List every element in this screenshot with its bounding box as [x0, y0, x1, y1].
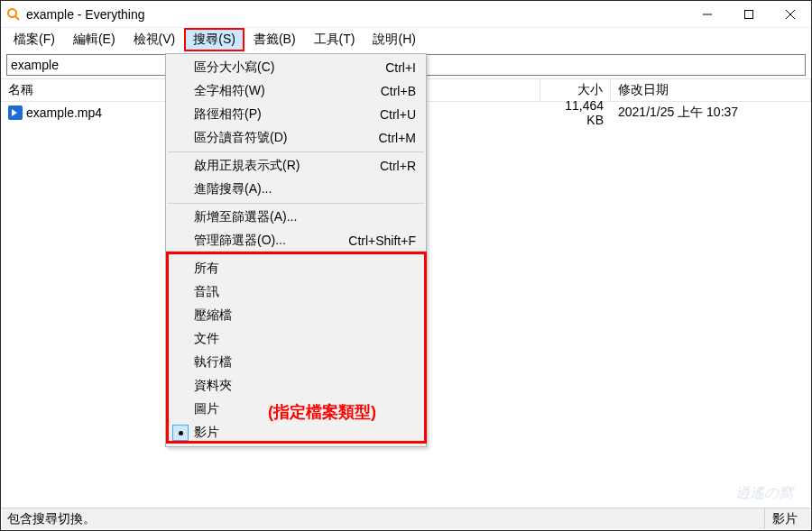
status-text: 包含搜尋切換。	[7, 511, 764, 527]
menu-separator	[168, 151, 424, 152]
menu-match-diacritics[interactable]: 區分讀音符號(D) Ctrl+M	[167, 126, 425, 150]
maximize-button[interactable]	[728, 1, 770, 28]
menu-edit[interactable]: 編輯(E)	[64, 28, 125, 51]
close-button[interactable]	[770, 1, 811, 28]
file-size: 11,464 KB	[540, 98, 611, 127]
column-date[interactable]: 修改日期	[611, 79, 811, 101]
filter-video[interactable]: 影片	[167, 421, 425, 444]
menu-whole-word[interactable]: 全字相符(W) Ctrl+B	[167, 79, 425, 103]
menu-search[interactable]: 搜尋(S)	[184, 28, 245, 51]
title-bar: example - Everything	[1, 1, 811, 28]
file-date: 2021/1/25 上午 10:37	[611, 105, 811, 121]
menu-separator	[168, 254, 424, 255]
menu-add-filter[interactable]: 新增至篩選器(A)...	[167, 206, 425, 229]
svg-line-1	[15, 16, 19, 20]
filter-audio[interactable]: 音訊	[167, 280, 425, 304]
menu-manage-filters[interactable]: 管理篩選器(O)... Ctrl+Shift+F	[167, 229, 425, 252]
radio-checked-icon	[172, 425, 189, 441]
file-name: example.mp4	[26, 105, 102, 120]
filter-archive[interactable]: 壓縮檔	[167, 304, 425, 327]
minimize-button[interactable]	[687, 1, 728, 28]
filter-document[interactable]: 文件	[167, 327, 425, 351]
svg-point-0	[8, 9, 16, 17]
menu-regex[interactable]: 啟用正規表示式(R) Ctrl+R	[167, 154, 425, 178]
search-menu-dropdown: 區分大小寫(C) Ctrl+I 全字相符(W) Ctrl+B 路徑相符(P) C…	[165, 53, 427, 447]
watermark: 逍遙の窩	[735, 484, 793, 503]
video-file-icon	[8, 105, 23, 120]
filter-folder[interactable]: 資料夾	[167, 374, 425, 398]
app-icon	[6, 7, 21, 22]
filter-all[interactable]: 所有	[167, 257, 425, 280]
menu-bookmarks[interactable]: 書籤(B)	[245, 28, 305, 51]
filter-picture[interactable]: 圖片	[167, 398, 425, 421]
menu-tools[interactable]: 工具(T)	[305, 28, 364, 51]
menu-match-path[interactable]: 路徑相符(P) Ctrl+U	[167, 103, 425, 126]
menu-help[interactable]: 說明(H)	[364, 28, 424, 51]
svg-rect-3	[745, 10, 753, 18]
window-title: example - Everything	[26, 7, 145, 22]
menu-separator	[168, 203, 424, 204]
menu-file[interactable]: 檔案(F)	[5, 28, 64, 51]
menu-advanced-search[interactable]: 進階搜尋(A)...	[167, 178, 425, 201]
filter-executable[interactable]: 執行檔	[167, 351, 425, 374]
menu-match-case[interactable]: 區分大小寫(C) Ctrl+I	[167, 56, 425, 79]
menu-bar: 檔案(F) 編輯(E) 檢視(V) 搜尋(S) 書籤(B) 工具(T) 說明(H…	[1, 28, 811, 51]
status-filter: 影片	[764, 508, 805, 529]
menu-view[interactable]: 檢視(V)	[125, 28, 185, 51]
status-bar: 包含搜尋切換。 影片	[2, 508, 810, 529]
